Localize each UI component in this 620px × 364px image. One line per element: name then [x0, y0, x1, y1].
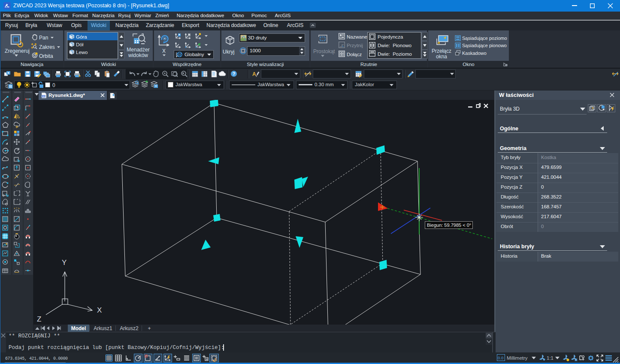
svg-text:DWG: DWG [41, 95, 45, 97]
svg-text:X: X [97, 306, 102, 314]
svg-text:?: ? [233, 71, 236, 76]
svg-text:Y: Y [62, 259, 67, 267]
svg-text:A: A [252, 71, 256, 77]
svg-text:Z: Z [37, 315, 41, 323]
